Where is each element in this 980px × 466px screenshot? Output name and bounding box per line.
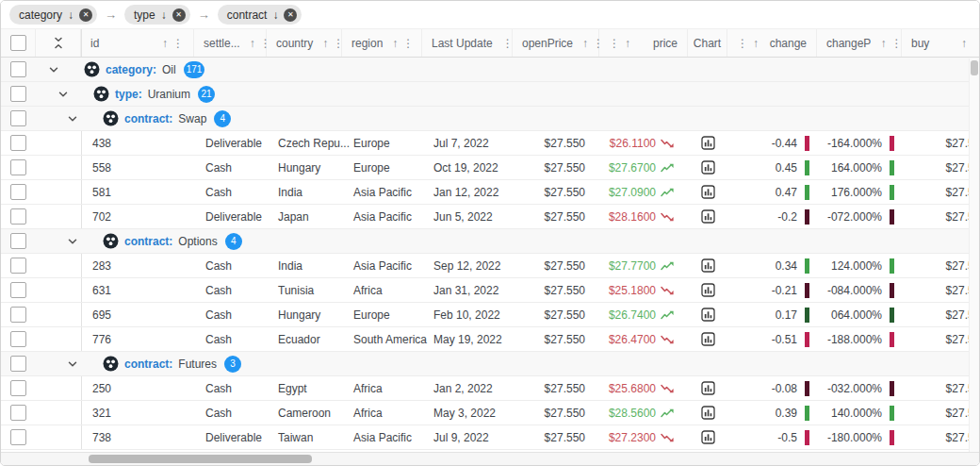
sort-asc-icon[interactable]: ↑ (250, 37, 255, 50)
column-header-change[interactable]: ⋮↑change (727, 29, 817, 57)
group-row-oil[interactable]: category:Oil171 (1, 58, 980, 82)
column-header-buy[interactable]: buy↑ (902, 29, 980, 57)
row-checkbox[interactable] (10, 331, 26, 347)
column-header-date[interactable]: Last Update⋮ (422, 29, 513, 57)
chart-icon[interactable] (701, 160, 715, 175)
vertical-scrollbar[interactable] (969, 58, 979, 452)
column-header-label: settle... (204, 37, 240, 50)
row-checkbox[interactable] (10, 86, 26, 102)
chart-icon[interactable] (701, 406, 715, 420)
column-header-region[interactable]: region↑⋮ (342, 29, 422, 57)
chart-icon[interactable] (701, 283, 715, 297)
row-checkbox[interactable] (10, 405, 26, 421)
chevron-down-icon[interactable] (67, 358, 78, 370)
column-header-open[interactable]: openPrice↑⋮ (513, 29, 599, 57)
column-menu-icon[interactable]: ⋮ (609, 37, 620, 50)
trend-up-icon (661, 188, 674, 197)
remove-chip-icon[interactable]: ✕ (284, 8, 297, 22)
sort-asc-icon[interactable]: ↑ (753, 37, 759, 50)
cell-change: -0.51 (727, 327, 817, 351)
column-header-id[interactable]: id↑⋮ (81, 29, 194, 57)
group-chip-category[interactable]: category ↓ ✕ (9, 5, 97, 25)
group-row-futures[interactable]: contract:Futures3 (1, 352, 980, 376)
sort-asc-icon[interactable]: ↑ (961, 37, 967, 50)
data-row-581[interactable]: 581CashIndiaAsia PacificJan 12, 2022$27.… (1, 180, 980, 205)
row-checkbox[interactable] (10, 184, 26, 200)
row-checkbox[interactable] (10, 61, 26, 77)
row-checkbox[interactable] (10, 307, 26, 323)
column-header-chart[interactable]: Chart (688, 29, 727, 57)
horizontal-scrollbar[interactable] (1, 452, 979, 465)
data-row-695[interactable]: 695CashHungaryEuropeFeb 10, 2022$27.550$… (1, 303, 980, 327)
row-checkbox[interactable] (10, 110, 26, 126)
chart-icon[interactable] (701, 308, 715, 322)
row-checkbox[interactable] (10, 429, 26, 445)
group-row-uranium[interactable]: type:Uranium21 (1, 82, 980, 107)
sort-asc-icon[interactable]: ↑ (322, 37, 328, 50)
sort-asc-icon[interactable]: ↑ (392, 37, 398, 50)
sort-down-icon[interactable]: ↓ (68, 9, 74, 21)
row-checkbox[interactable] (10, 258, 26, 274)
chevron-down-icon[interactable] (67, 236, 78, 247)
sort-asc-icon[interactable]: ↑ (582, 37, 588, 50)
chevron-down-icon[interactable] (48, 64, 59, 75)
chevron-down-icon[interactable] (67, 113, 78, 125)
sort-asc-icon[interactable]: ↑ (162, 37, 168, 50)
column-menu-icon[interactable]: ⋮ (890, 37, 902, 50)
chart-icon[interactable] (701, 209, 715, 224)
vertical-scrollbar-thumb[interactable] (971, 60, 978, 75)
column-menu-icon[interactable]: ⋮ (172, 37, 184, 50)
sort-asc-icon[interactable]: ↑ (880, 37, 886, 50)
column-header-country[interactable]: country↑⋮ (267, 29, 342, 57)
data-row-250[interactable]: 250CashEgyptAfricaJan 2, 2022$27.550$25.… (1, 376, 980, 401)
column-header-settle[interactable]: settle...↑⋮ (194, 29, 267, 57)
group-chip-contract[interactable]: contract ↓ ✕ (218, 5, 302, 25)
group-row-options[interactable]: contract:Options4 (1, 229, 980, 254)
cell-chart (688, 180, 727, 204)
remove-chip-icon[interactable]: ✕ (172, 8, 186, 22)
cell-price: $26.1100 (599, 131, 688, 155)
group-icon (103, 110, 119, 126)
row-checkbox[interactable] (10, 135, 26, 151)
row-checkbox[interactable] (10, 380, 26, 396)
chart-icon[interactable] (701, 185, 715, 199)
chevron-down-icon[interactable] (57, 89, 69, 100)
chart-icon[interactable] (701, 136, 715, 150)
price-value: $27.6700 (609, 161, 656, 175)
data-row-738[interactable]: 738DeliverableTaiwanAsia PacificJul 9, 2… (1, 425, 980, 450)
group-row-swap[interactable]: contract:Swap4 (1, 107, 980, 131)
chart-icon[interactable] (701, 430, 715, 444)
data-row-776[interactable]: 776CashEcuadorSouth AmericaMay 19, 2022$… (1, 327, 980, 352)
row-select-cell (1, 82, 36, 106)
data-row-321[interactable]: 321CashCameroonAfricaMay 3, 2022$27.550$… (1, 401, 980, 425)
sort-down-icon[interactable]: ↓ (161, 9, 167, 21)
select-all-checkbox[interactable] (10, 35, 26, 51)
data-row-283[interactable]: 283CashIndiaAsia PacificSep 12, 2022$27.… (1, 254, 980, 278)
chart-icon[interactable] (701, 381, 715, 395)
column-header-price[interactable]: ⋮↑price (599, 29, 688, 57)
sort-asc-icon[interactable]: ↑ (625, 37, 630, 50)
row-checkbox[interactable] (10, 159, 26, 175)
horizontal-scrollbar-thumb[interactable] (89, 455, 312, 463)
data-row-702[interactable]: 702DeliverableJapanAsia PacificJun 5, 20… (1, 205, 980, 229)
row-checkbox[interactable] (10, 233, 26, 249)
chart-icon[interactable] (701, 332, 715, 346)
column-menu-icon[interactable]: ⋮ (737, 37, 748, 50)
data-row-558[interactable]: 558CashHungaryEuropeOct 19, 2022$27.550$… (1, 156, 980, 180)
cell-changeP: -032.000% (817, 376, 902, 400)
remove-chip-icon[interactable]: ✕ (79, 8, 92, 22)
column-menu-icon[interactable]: ⋮ (402, 37, 414, 50)
data-row-438[interactable]: 438DeliverableCzech Repu...EuropeJul 7, … (1, 131, 980, 156)
cell-changeP: -164.000% (817, 131, 902, 155)
cell-region: Africa (342, 401, 422, 424)
group-chip-type[interactable]: type ↓ ✕ (124, 5, 190, 25)
sort-down-icon[interactable]: ↓ (272, 9, 278, 21)
chart-icon[interactable] (701, 258, 715, 273)
row-checkbox[interactable] (10, 356, 26, 372)
column-menu-icon[interactable]: ⋮ (502, 37, 514, 50)
collapse-all-icon[interactable] (53, 36, 64, 50)
row-checkbox[interactable] (10, 208, 26, 225)
column-header-changeP[interactable]: changeP↑⋮ (817, 29, 902, 57)
row-checkbox[interactable] (10, 282, 26, 298)
data-row-631[interactable]: 631CashTunisiaAfricaJan 31, 2022$27.550$… (1, 278, 980, 303)
